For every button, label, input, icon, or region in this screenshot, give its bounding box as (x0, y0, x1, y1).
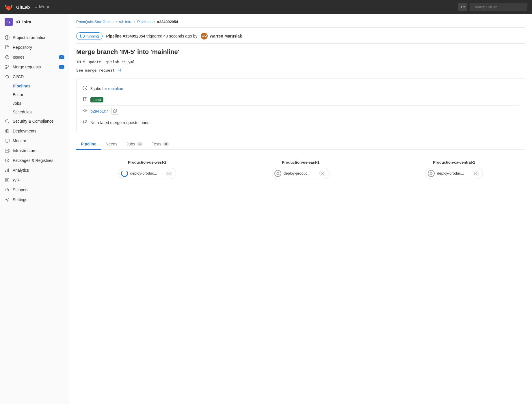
breadcrumb-link-project[interactable]: s3_infra (119, 20, 133, 24)
svg-point-37 (86, 120, 87, 121)
settings-icon (5, 197, 10, 202)
svg-rect-35 (114, 110, 116, 113)
svg-rect-25 (8, 169, 9, 172)
svg-point-8 (5, 68, 7, 69)
gitlab-logo[interactable] (5, 3, 13, 11)
sidebar-sub-item-editor[interactable]: Editor (0, 90, 69, 99)
svg-rect-24 (7, 169, 8, 172)
package-icon (5, 158, 10, 163)
sidebar-item-wiki[interactable]: Wiki (0, 175, 69, 185)
jobs-count-badge: 3 (137, 142, 143, 146)
sidebar-item-cicd[interactable]: CI/CD (0, 72, 69, 82)
sidebar-item-infrastructure[interactable]: Infrastructure (0, 146, 69, 156)
job-status-pending-icon-3 (428, 170, 435, 177)
sidebar-item-settings[interactable]: Settings (0, 195, 69, 205)
commit-message: IM-5 update .gitlab-ci.yml See merge req… (76, 59, 525, 74)
monitor-icon (5, 138, 10, 143)
svg-point-10 (6, 130, 8, 132)
running-spinner-icon (80, 34, 85, 38)
breadcrumb-separator: › (154, 20, 155, 24)
sidebar-item-deployments[interactable]: Deployments (0, 126, 69, 136)
svg-line-22 (7, 160, 9, 160)
breadcrumb: PmmQuickStartGuides › s3_infra › Pipelin… (76, 20, 525, 28)
global-search-input[interactable] (470, 3, 527, 11)
pipeline-diagram: Production-us-west-2 deploy-produc... Pr… (76, 154, 525, 185)
svg-rect-13 (5, 139, 9, 142)
sidebar-item-label: Monitor (13, 139, 64, 143)
tab-tests[interactable]: Tests 0 (147, 139, 174, 150)
breadcrumb-link-org[interactable]: PmmQuickStartGuides (76, 20, 114, 24)
sidebar-sub-item-pipelines[interactable]: Pipelines (0, 82, 69, 90)
deploy-icon (5, 128, 10, 134)
sidebar-item-merge-requests[interactable]: Merge requests 0 (0, 62, 69, 72)
new-item-button[interactable]: + ▾ (458, 3, 467, 11)
job-card-3[interactable]: deploy-produc... (425, 168, 483, 179)
pipeline-info-box: 3 jobs for mainline latest b2a461c7 (76, 78, 525, 133)
svg-point-19 (8, 152, 9, 152)
pipeline-jobs-row: 3 jobs for mainline (82, 83, 519, 94)
sidebar-item-security-compliance[interactable]: Security & Compliance (0, 116, 69, 126)
branch-link[interactable]: mainline (108, 86, 123, 91)
latest-badge: latest (90, 97, 103, 102)
merge-requests-badge: 0 (59, 65, 64, 69)
job-cancel-button-1[interactable] (166, 171, 172, 176)
main-content: PmmQuickStartGuides › s3_infra › Pipelin… (69, 14, 532, 404)
commit-icon (82, 108, 88, 114)
sidebar-item-label: Issues (13, 55, 56, 59)
sidebar: S s3_infra Project information Repositor… (0, 14, 69, 404)
sidebar-item-monitor[interactable]: Monitor (0, 136, 69, 146)
sidebar-item-repository[interactable]: Repository (0, 42, 69, 52)
sidebar-sub-item-jobs[interactable]: Jobs (0, 99, 69, 108)
sidebar-item-label: Security & Compliance (13, 119, 64, 124)
sidebar-item-packages-registries[interactable]: Packages & Registries (0, 156, 69, 165)
svg-line-21 (5, 160, 7, 160)
sidebar-item-label: Merge requests (13, 65, 56, 69)
job-card-1[interactable]: deploy-produc... (118, 168, 176, 179)
sidebar-item-label: Analytics (13, 168, 64, 173)
shield-icon (5, 119, 10, 124)
copy-sha-button[interactable] (111, 108, 119, 115)
stage-3-label: Production-ca-central-1 (433, 160, 475, 164)
running-status-badge: running (76, 32, 103, 40)
svg-rect-23 (5, 171, 6, 172)
svg-rect-26 (5, 178, 9, 182)
tab-jobs[interactable]: Jobs 3 (122, 139, 147, 150)
job-cancel-button-2[interactable] (319, 171, 325, 176)
svg-line-29 (7, 188, 8, 192)
job-status-pending-icon (274, 170, 281, 177)
job-card-2[interactable]: deploy-produc... (272, 168, 330, 179)
job-name-1: deploy-produc... (130, 171, 164, 175)
svg-point-18 (8, 149, 9, 150)
merge-icon (5, 64, 10, 70)
analytics-icon (5, 168, 10, 173)
breadcrumb-link-pipelines[interactable]: Pipelines (137, 20, 152, 24)
brand-name: GitLab (16, 5, 30, 10)
svg-point-38 (83, 123, 84, 124)
commit-section: Merge branch 'IM-5' into 'mainline' IM-5… (76, 48, 525, 74)
job-name-2: deploy-produc... (284, 171, 317, 175)
sidebar-item-project-information[interactable]: Project information (0, 33, 69, 42)
job-status-running-icon (121, 170, 128, 177)
tab-pipeline[interactable]: Pipeline (76, 139, 101, 150)
sidebar-item-issues[interactable]: Issues 0 (0, 52, 69, 62)
infra-icon (5, 148, 10, 153)
pipeline-stage-1: Production-us-west-2 deploy-produc... (76, 160, 218, 179)
pipeline-merge-row: No related merge requests found. (82, 117, 519, 128)
job-cancel-button-3[interactable] (473, 171, 479, 176)
pipeline-tabs: Pipeline Needs Jobs 3 Tests 0 (76, 139, 525, 150)
sidebar-item-analytics[interactable]: Analytics (0, 165, 69, 175)
sidebar-nav: Project information Repository Issues 0 (0, 30, 69, 207)
sidebar-item-snippets[interactable]: Snippets (0, 185, 69, 195)
sidebar-item-label: Project information (13, 35, 64, 40)
tab-needs[interactable]: Needs (101, 139, 122, 150)
pipeline-stage-2: Production-us-east-1 deploy-produc... (230, 160, 371, 179)
menu-button[interactable]: ≡ Menu (35, 4, 51, 10)
merge-request-link[interactable]: !4 (117, 68, 122, 72)
snippets-icon (5, 187, 10, 192)
svg-point-5 (7, 58, 8, 59)
svg-point-32 (84, 110, 86, 111)
pipeline-sha-row: b2a461c7 (82, 106, 519, 117)
commit-sha-link[interactable]: b2a461c7 (90, 109, 108, 113)
pipeline-status-header: running Pipeline #334092054 triggered 40… (76, 32, 525, 44)
sidebar-sub-item-schedules[interactable]: Schedules (0, 108, 69, 116)
